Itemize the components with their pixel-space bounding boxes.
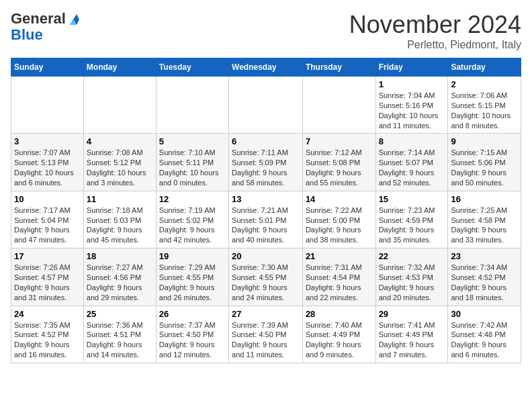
calendar-day-cell xyxy=(229,77,303,134)
calendar-day-cell xyxy=(156,77,228,134)
weekday-header-cell: Wednesday xyxy=(229,58,303,77)
day-info: Sunrise: 7:36 AMSunset: 4:51 PMDaylight:… xyxy=(87,321,143,359)
day-number: 19 xyxy=(159,251,226,261)
day-info: Sunrise: 7:25 AMSunset: 4:58 PMDaylight:… xyxy=(451,206,507,244)
calendar-day-cell: 2Sunrise: 7:06 AMSunset: 5:15 PMDaylight… xyxy=(448,77,521,134)
day-number: 17 xyxy=(14,251,81,261)
calendar-week-row: 1Sunrise: 7:04 AMSunset: 5:16 PMDaylight… xyxy=(11,77,521,134)
day-number: 26 xyxy=(159,309,226,319)
day-info: Sunrise: 7:42 AMSunset: 4:48 PMDaylight:… xyxy=(451,321,507,359)
day-number: 15 xyxy=(379,194,445,204)
day-info: Sunrise: 7:27 AMSunset: 4:56 PMDaylight:… xyxy=(87,263,143,302)
day-info: Sunrise: 7:26 AMSunset: 4:57 PMDaylight:… xyxy=(14,263,71,302)
day-number: 30 xyxy=(451,309,518,319)
day-number: 27 xyxy=(232,309,300,319)
day-info: Sunrise: 7:11 AMSunset: 5:09 PMDaylight:… xyxy=(232,148,288,187)
day-number: 4 xyxy=(87,136,153,146)
calendar-day-cell: 25Sunrise: 7:36 AMSunset: 4:51 PMDayligh… xyxy=(83,306,156,363)
calendar-day-cell: 3Sunrise: 7:07 AMSunset: 5:13 PMDaylight… xyxy=(11,134,84,191)
location-title: Perletto, Piedmont, Italy xyxy=(349,39,521,51)
day-info: Sunrise: 7:37 AMSunset: 4:50 PMDaylight:… xyxy=(159,321,216,359)
weekday-header-cell: Saturday xyxy=(448,58,521,77)
day-info: Sunrise: 7:19 AMSunset: 5:02 PMDaylight:… xyxy=(159,206,216,244)
calendar-day-cell xyxy=(11,77,84,134)
calendar-day-cell: 23Sunrise: 7:34 AMSunset: 4:52 PMDayligh… xyxy=(448,248,521,306)
day-info: Sunrise: 7:17 AMSunset: 5:04 PMDaylight:… xyxy=(14,206,71,244)
day-info: Sunrise: 7:21 AMSunset: 5:01 PMDaylight:… xyxy=(232,206,288,244)
day-number: 14 xyxy=(306,194,373,204)
weekday-header-cell: Thursday xyxy=(302,58,375,77)
month-title: November 2024 xyxy=(349,11,521,39)
weekday-header-cell: Friday xyxy=(375,58,448,77)
day-info: Sunrise: 7:15 AMSunset: 5:06 PMDaylight:… xyxy=(451,148,507,187)
logo-icon xyxy=(67,13,79,25)
day-number: 25 xyxy=(87,309,153,319)
title-block: November 2024 Perletto, Piedmont, Italy xyxy=(349,11,521,51)
calendar-day-cell: 15Sunrise: 7:23 AMSunset: 4:59 PMDayligh… xyxy=(375,191,448,248)
day-number: 23 xyxy=(451,251,518,261)
calendar-day-cell xyxy=(83,77,156,134)
calendar-week-row: 17Sunrise: 7:26 AMSunset: 4:57 PMDayligh… xyxy=(11,248,521,306)
day-number: 28 xyxy=(306,309,373,319)
day-number: 20 xyxy=(232,251,300,261)
calendar-body: 1Sunrise: 7:04 AMSunset: 5:16 PMDaylight… xyxy=(11,77,521,363)
calendar-day-cell: 14Sunrise: 7:22 AMSunset: 5:00 PMDayligh… xyxy=(302,191,375,248)
day-info: Sunrise: 7:07 AMSunset: 5:13 PMDaylight:… xyxy=(14,148,74,187)
calendar-day-cell: 8Sunrise: 7:14 AMSunset: 5:07 PMDaylight… xyxy=(375,134,448,191)
day-info: Sunrise: 7:32 AMSunset: 4:53 PMDaylight:… xyxy=(379,263,435,302)
day-number: 21 xyxy=(306,251,373,261)
day-number: 6 xyxy=(232,136,300,146)
weekday-header-cell: Sunday xyxy=(11,58,84,77)
day-info: Sunrise: 7:04 AMSunset: 5:16 PMDaylight:… xyxy=(379,91,439,130)
calendar-day-cell: 9Sunrise: 7:15 AMSunset: 5:06 PMDaylight… xyxy=(448,134,521,191)
calendar-day-cell: 30Sunrise: 7:42 AMSunset: 4:48 PMDayligh… xyxy=(448,306,521,363)
calendar-day-cell: 7Sunrise: 7:12 AMSunset: 5:08 PMDaylight… xyxy=(302,134,375,191)
calendar-week-row: 10Sunrise: 7:17 AMSunset: 5:04 PMDayligh… xyxy=(11,191,521,248)
weekday-header-cell: Tuesday xyxy=(156,58,228,77)
day-number: 24 xyxy=(14,309,81,319)
day-info: Sunrise: 7:30 AMSunset: 4:55 PMDaylight:… xyxy=(232,263,288,302)
calendar-day-cell: 5Sunrise: 7:10 AMSunset: 5:11 PMDaylight… xyxy=(156,134,228,191)
day-number: 18 xyxy=(87,251,153,261)
logo-blue: Blue xyxy=(11,27,43,43)
day-info: Sunrise: 7:40 AMSunset: 4:49 PMDaylight:… xyxy=(306,321,362,359)
day-info: Sunrise: 7:08 AMSunset: 5:12 PMDaylight:… xyxy=(87,148,146,187)
day-info: Sunrise: 7:41 AMSunset: 4:49 PMDaylight:… xyxy=(379,321,435,359)
day-info: Sunrise: 7:14 AMSunset: 5:07 PMDaylight:… xyxy=(379,148,435,187)
calendar-day-cell: 10Sunrise: 7:17 AMSunset: 5:04 PMDayligh… xyxy=(11,191,84,248)
day-number: 2 xyxy=(451,79,518,89)
calendar-day-cell: 24Sunrise: 7:35 AMSunset: 4:52 PMDayligh… xyxy=(11,306,84,363)
day-number: 3 xyxy=(14,136,81,146)
calendar-day-cell: 28Sunrise: 7:40 AMSunset: 4:49 PMDayligh… xyxy=(302,306,375,363)
calendar-day-cell: 17Sunrise: 7:26 AMSunset: 4:57 PMDayligh… xyxy=(11,248,84,306)
day-number: 7 xyxy=(306,136,373,146)
calendar-day-cell: 12Sunrise: 7:19 AMSunset: 5:02 PMDayligh… xyxy=(156,191,228,248)
day-info: Sunrise: 7:39 AMSunset: 4:50 PMDaylight:… xyxy=(232,321,288,359)
calendar-day-cell: 27Sunrise: 7:39 AMSunset: 4:50 PMDayligh… xyxy=(229,306,303,363)
calendar-day-cell: 22Sunrise: 7:32 AMSunset: 4:53 PMDayligh… xyxy=(375,248,448,306)
day-info: Sunrise: 7:34 AMSunset: 4:52 PMDaylight:… xyxy=(451,263,507,302)
calendar-week-row: 3Sunrise: 7:07 AMSunset: 5:13 PMDaylight… xyxy=(11,134,521,191)
day-number: 16 xyxy=(451,194,518,204)
day-info: Sunrise: 7:35 AMSunset: 4:52 PMDaylight:… xyxy=(14,321,71,359)
day-number: 9 xyxy=(451,136,518,146)
weekday-header-row: SundayMondayTuesdayWednesdayThursdayFrid… xyxy=(11,58,521,77)
calendar-day-cell: 4Sunrise: 7:08 AMSunset: 5:12 PMDaylight… xyxy=(83,134,156,191)
day-number: 29 xyxy=(379,309,445,319)
day-number: 5 xyxy=(159,136,226,146)
day-info: Sunrise: 7:12 AMSunset: 5:08 PMDaylight:… xyxy=(306,148,362,187)
calendar-day-cell: 29Sunrise: 7:41 AMSunset: 4:49 PMDayligh… xyxy=(375,306,448,363)
calendar-day-cell: 18Sunrise: 7:27 AMSunset: 4:56 PMDayligh… xyxy=(83,248,156,306)
calendar-day-cell: 21Sunrise: 7:31 AMSunset: 4:54 PMDayligh… xyxy=(302,248,375,306)
day-info: Sunrise: 7:18 AMSunset: 5:03 PMDaylight:… xyxy=(87,206,143,244)
day-info: Sunrise: 7:06 AMSunset: 5:15 PMDaylight:… xyxy=(451,91,511,130)
calendar-day-cell: 19Sunrise: 7:29 AMSunset: 4:55 PMDayligh… xyxy=(156,248,228,306)
calendar-table: SundayMondayTuesdayWednesdayThursdayFrid… xyxy=(11,58,521,363)
page-header: General Blue November 2024 Perletto, Pie… xyxy=(11,11,521,51)
calendar-day-cell: 1Sunrise: 7:04 AMSunset: 5:16 PMDaylight… xyxy=(375,77,448,134)
weekday-header-cell: Monday xyxy=(83,58,156,77)
day-info: Sunrise: 7:31 AMSunset: 4:54 PMDaylight:… xyxy=(306,263,362,302)
calendar-week-row: 24Sunrise: 7:35 AMSunset: 4:52 PMDayligh… xyxy=(11,306,521,363)
day-info: Sunrise: 7:23 AMSunset: 4:59 PMDaylight:… xyxy=(379,206,435,244)
day-number: 10 xyxy=(14,194,81,204)
